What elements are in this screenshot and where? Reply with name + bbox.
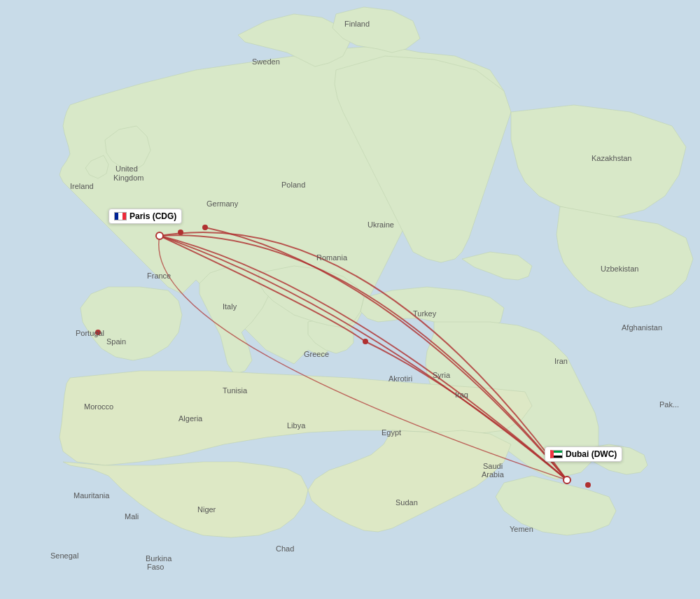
svg-point-3 [178,230,183,235]
label-saudi2: Arabia [482,470,505,479]
label-uzbekistan: Uzbekistan [601,265,638,273]
map-container: Ireland United Kingdom Sweden Finland Po… [0,0,700,599]
label-sweden: Sweden [252,57,280,66]
label-niger: Niger [197,505,216,514]
label-finland: Finland [344,20,370,28]
label-senegal: Senegal [50,551,78,560]
label-akrotiri: Akrotiri [388,374,412,383]
label-germany: Germany [206,199,239,208]
label-burkina2: Faso [147,563,164,571]
svg-point-7 [585,482,591,488]
paris-label-text: Paris (CDG) [130,211,176,221]
label-greece: Greece [304,350,329,358]
label-libya: Libya [287,421,306,430]
label-turkey: Turkey [413,309,437,318]
label-algeria: Algeria [178,414,203,423]
label-kazakhstan: Kazakhstan [592,154,631,162]
label-france: France [147,272,171,280]
label-syria: Syria [433,371,451,379]
label-yemen: Yemen [510,525,533,533]
label-sudan: Sudan [396,498,418,507]
label-uk-2: Kingdom [113,174,144,182]
label-uk-1: United [115,164,138,173]
label-morocco: Morocco [84,402,113,411]
map-svg: Ireland United Kingdom Sweden Finland Po… [0,0,700,599]
label-tunisia: Tunisia [223,386,248,395]
dubai-airport-label: Dubai (DWC) [545,446,622,462]
dubai-label-text: Dubai (DWC) [566,449,617,459]
uae-flag [550,450,563,458]
label-italy: Italy [223,302,237,311]
label-iraq: Iraq [455,390,468,399]
label-mauritania: Mauritania [74,491,110,500]
label-romania: Romania [316,253,348,262]
svg-point-6 [564,477,570,484]
label-saudi: Saudi [483,462,503,470]
label-pakistan: Pak... [659,400,679,409]
france-flag [114,212,127,220]
paris-airport-label: Paris (CDG) [108,209,182,224]
label-portugal: Portugal [76,329,104,337]
label-poland: Poland [281,181,305,189]
svg-point-1 [156,232,163,239]
svg-point-2 [202,225,208,230]
label-egypt: Egypt [382,428,401,437]
label-mali: Mali [125,512,139,521]
label-chad: Chad [276,544,294,553]
label-ukraine: Ukraine [368,220,394,229]
label-spain: Spain [106,337,126,346]
label-ireland: Ireland [70,182,94,190]
label-iran: Iran [554,357,568,365]
svg-point-5 [363,339,368,344]
label-afghanistan: Afghanistan [622,323,662,332]
label-burkina: Burkina [146,554,172,563]
